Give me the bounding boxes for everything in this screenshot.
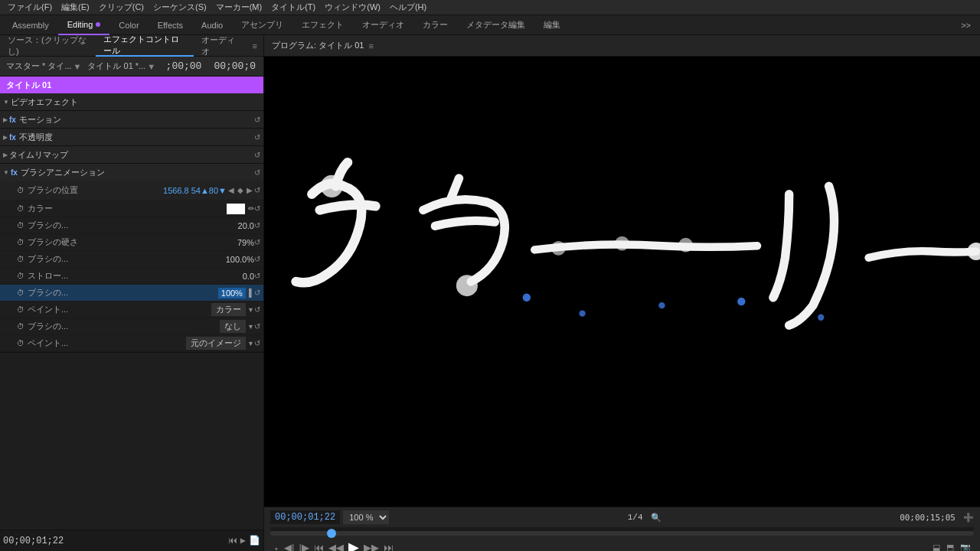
- cursor-indicator: ▌: [249, 289, 254, 297]
- tab-color-jp[interactable]: カラー: [413, 15, 457, 35]
- color-stopwatch[interactable]: ⏱: [15, 204, 26, 214]
- mark-in-btn[interactable]: ⬩: [273, 542, 279, 552]
- overwrite-btn[interactable]: ⬒: [946, 543, 954, 552]
- pencil-icon[interactable]: ✏: [248, 204, 254, 213]
- original-dropdown-icon[interactable]: ▼: [247, 340, 254, 347]
- opacity-header[interactable]: fx 不透明度 ↺: [0, 129, 263, 145]
- tab-metadata[interactable]: メタデータ編集: [457, 15, 534, 35]
- motion-reset[interactable]: ↺: [254, 116, 260, 124]
- keyframe-next[interactable]: ▶: [245, 186, 254, 194]
- add-to-sequence-btn[interactable]: ➕: [963, 513, 974, 523]
- brush-pos-values[interactable]: 1566.8 54▲80▼: [163, 186, 227, 195]
- hardness-stopwatch[interactable]: ⏱: [15, 237, 26, 248]
- paint-dropdown-icon[interactable]: ▼: [247, 306, 254, 314]
- size-reset[interactable]: ↺: [254, 221, 260, 230]
- menu-clip[interactable]: クリップ(C): [94, 2, 149, 13]
- left-panel: ソース：(クリップなし) エフェクトコントロール オーディオ ≡ マスター * …: [0, 35, 264, 551]
- size-stopwatch[interactable]: ⏱: [15, 220, 26, 231]
- composite-dropdown-icon[interactable]: ▼: [247, 323, 254, 331]
- tab-editing[interactable]: Editing: [58, 15, 110, 35]
- opacity-reset[interactable]: ↺: [254, 133, 260, 142]
- original-reset[interactable]: ↺: [254, 339, 260, 347]
- opacity-brush-reset[interactable]: ↺: [254, 255, 260, 263]
- tab-edit-jp[interactable]: 編集: [534, 15, 570, 35]
- stopwatch-icon[interactable]: ⏱: [15, 185, 26, 196]
- video-effects-header[interactable]: ビデオエフェクト: [0, 93, 263, 110]
- svg-point-4: [682, 242, 688, 248]
- tab-color[interactable]: Color: [109, 15, 148, 35]
- hardness-value[interactable]: 79%: [237, 238, 254, 247]
- lb-btn-1[interactable]: ⏮: [228, 535, 237, 546]
- workspace-more-button[interactable]: >>: [955, 21, 977, 30]
- tab-assembly-jp[interactable]: アセンブリ: [232, 15, 292, 35]
- keyframe-prev[interactable]: ◀: [227, 186, 236, 194]
- go-to-out-btn[interactable]: |▶: [299, 542, 309, 552]
- menu-sequence[interactable]: シーケンス(S): [149, 2, 211, 13]
- end-stopwatch[interactable]: ⏱: [15, 288, 26, 298]
- export-frame-btn[interactable]: 📷: [960, 543, 971, 552]
- paint-reset[interactable]: ↺: [254, 305, 260, 314]
- end-label: ブラシの...: [28, 287, 218, 298]
- composite-value[interactable]: なし: [220, 320, 246, 333]
- step-back-btn[interactable]: ⏮: [314, 542, 324, 552]
- timemap-reset[interactable]: ↺: [254, 151, 260, 159]
- step-fwd-btn[interactable]: ⏭: [384, 542, 394, 552]
- end-reset[interactable]: ↺: [254, 289, 260, 297]
- menu-file[interactable]: ファイル(F): [3, 2, 57, 13]
- menu-edit[interactable]: 編集(E): [57, 2, 94, 13]
- tab-assembly[interactable]: Assembly: [3, 15, 58, 35]
- keyframe-add[interactable]: ◆: [236, 186, 245, 194]
- color-reset[interactable]: ↺: [254, 204, 260, 213]
- menu-marker[interactable]: マーカー(M): [211, 2, 267, 13]
- play-back-btn[interactable]: ◀◀: [328, 542, 344, 552]
- tab-audio[interactable]: Audio: [192, 15, 232, 35]
- original-stopwatch[interactable]: ⏱: [15, 338, 26, 349]
- paint-stopwatch[interactable]: ⏱: [15, 305, 26, 315]
- timemap-header[interactable]: タイムリマップ ↺: [0, 146, 263, 163]
- stroke-reset[interactable]: ↺: [254, 272, 260, 280]
- paint-value[interactable]: カラー: [211, 303, 246, 316]
- menu-title[interactable]: タイトル(T): [266, 2, 320, 13]
- tab-source[interactable]: ソース：(クリップなし): [0, 35, 96, 57]
- go-to-in-btn[interactable]: ◀|: [284, 542, 294, 552]
- brush-animation-header[interactable]: fx ブラシアニメーション ↺: [0, 164, 263, 181]
- play-forward-btn[interactable]: ▶▶: [364, 542, 379, 552]
- original-value[interactable]: 元のイメージ: [186, 337, 246, 350]
- master-clip-label[interactable]: マスター * タイ... ▼: [3, 60, 84, 72]
- menu-help[interactable]: ヘルプ(H): [385, 2, 431, 13]
- opacity-brush-value[interactable]: 100.0%: [226, 255, 254, 264]
- tab-effects[interactable]: Effects: [149, 15, 192, 35]
- lb-btn-2[interactable]: ▶: [240, 535, 246, 546]
- size-value[interactable]: 20.0: [238, 221, 254, 230]
- insert-btn[interactable]: ⬓: [933, 543, 940, 552]
- clip-label[interactable]: タイトル 01 *... ▼: [84, 60, 158, 72]
- tab-effects-jp[interactable]: エフェクト: [292, 15, 353, 35]
- tab-audio-jp[interactable]: オーディオ: [353, 15, 413, 35]
- play-btn[interactable]: ▶: [348, 539, 359, 551]
- brush-opacity-row: ⏱ ブラシの... 100.0% ↺: [0, 251, 263, 268]
- color-swatch[interactable]: [227, 204, 245, 214]
- menu-window[interactable]: ウィンドウ(W): [320, 2, 385, 13]
- stroke-row: ⏱ ストロー... 0.0 ↺: [0, 268, 263, 285]
- stroke-stopwatch[interactable]: ⏱: [15, 271, 26, 282]
- composite-reset[interactable]: ↺: [254, 322, 260, 331]
- tab-effect-controls[interactable]: エフェクトコントロール: [96, 35, 194, 57]
- scrubber-thumb[interactable]: [327, 529, 336, 538]
- stroke-value[interactable]: 0.0: [243, 272, 254, 281]
- brush-pos-reset[interactable]: ↺: [254, 186, 260, 194]
- lb-btn-3[interactable]: 📄: [249, 535, 260, 546]
- brush-reset[interactable]: ↺: [254, 168, 260, 177]
- tab-audio-track[interactable]: オーディオ: [194, 35, 247, 57]
- motion-header[interactable]: fx モーション ↺: [0, 111, 263, 128]
- zoom-select[interactable]: 100 % 50 % 75 % Fit: [343, 510, 389, 524]
- hardness-reset[interactable]: ↺: [254, 238, 260, 246]
- composite-stopwatch[interactable]: ⏱: [15, 321, 26, 332]
- opacity-stopwatch[interactable]: ⏱: [15, 254, 26, 265]
- scrubber-area[interactable]: [270, 527, 974, 536]
- program-timecode[interactable]: 00;00;01;22: [270, 510, 340, 524]
- end-value[interactable]: 100%: [218, 288, 246, 298]
- panel-menu-icon[interactable]: ≡: [247, 41, 263, 51]
- zoom-icon[interactable]: 🔍: [651, 513, 662, 523]
- composite-label: ブラシの...: [28, 321, 220, 332]
- program-monitor-menu[interactable]: ≡: [368, 41, 373, 51]
